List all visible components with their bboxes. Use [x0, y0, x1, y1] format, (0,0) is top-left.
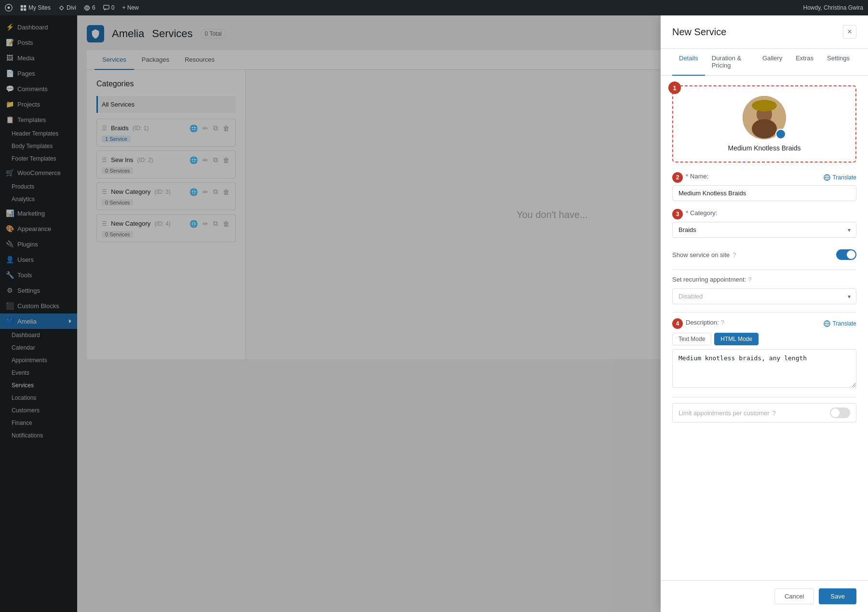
- name-label: * Name:: [686, 173, 708, 180]
- name-required: *: [686, 173, 688, 180]
- avatar-online-dot: [775, 129, 786, 139]
- description-form-row: 4 Description: ? Translate Text Mode HTM…: [672, 318, 856, 389]
- svg-point-6: [86, 7, 88, 9]
- limit-label: Limit appointments per customer ?: [678, 409, 776, 417]
- text-mode-button[interactable]: Text Mode: [672, 333, 711, 345]
- panel-tab-settings[interactable]: Settings: [820, 49, 856, 76]
- step-badge-1: 1: [668, 82, 681, 94]
- svg-rect-2: [21, 5, 23, 7]
- limit-toggle[interactable]: [830, 408, 850, 418]
- panel-title: New Service: [672, 27, 726, 38]
- show-service-toggle[interactable]: [836, 249, 856, 260]
- description-label: Description: ?: [686, 319, 724, 326]
- svg-rect-5: [24, 8, 26, 11]
- category-select[interactable]: Braids Sew Ins New Category: [672, 222, 856, 238]
- panel-header: New Service ×: [661, 15, 868, 49]
- cancel-button[interactable]: Cancel: [774, 588, 814, 604]
- description-textarea[interactable]: Medium knotless braids, any length: [672, 349, 856, 388]
- limit-appointments-row: Limit appointments per customer ?: [672, 403, 856, 422]
- save-button[interactable]: Save: [819, 588, 856, 604]
- svg-rect-4: [21, 8, 23, 11]
- svg-point-1: [8, 7, 10, 9]
- admin-bar-wp-icon[interactable]: [5, 4, 13, 12]
- panel-tab-duration-pricing[interactable]: Duration & Pricing: [705, 49, 756, 76]
- close-panel-button[interactable]: ×: [843, 25, 856, 39]
- category-form-row: 3 * Category: Braids Sew Ins New Categor…: [672, 209, 856, 238]
- show-service-toggle-row: Show service on site ?: [672, 245, 856, 264]
- separator-3: [672, 397, 856, 397]
- description-help-icon[interactable]: ?: [721, 319, 724, 326]
- recurring-form-row: Set recurring appointment: ? Disabled Da…: [672, 276, 856, 304]
- description-translate-link[interactable]: Translate: [824, 320, 856, 327]
- recurring-select-wrapper: Disabled Daily Weekly ▾: [672, 288, 856, 304]
- recurring-help-icon[interactable]: ?: [748, 276, 751, 283]
- step-badge-2: 2: [672, 172, 683, 183]
- name-input[interactable]: [672, 185, 856, 201]
- name-translate-link[interactable]: Translate: [824, 174, 856, 181]
- step-badge-4: 4: [672, 318, 683, 329]
- admin-bar-view-count[interactable]: 6: [84, 4, 95, 11]
- new-service-panel: New Service × Details Duration & Pricing…: [661, 15, 868, 612]
- panel-tabs: Details Duration & Pricing Gallery Extra…: [661, 49, 868, 76]
- panel-footer: Cancel Save: [661, 580, 868, 612]
- category-select-wrapper: Braids Sew Ins New Category ▾: [672, 222, 856, 238]
- admin-bar-divi[interactable]: Divi: [58, 4, 76, 11]
- svg-point-10: [752, 119, 777, 138]
- recurring-label: Set recurring appointment: ?: [672, 276, 751, 283]
- image-upload-area[interactable]: 1 Medium Knotless Braids: [672, 85, 856, 163]
- panel-tab-extras[interactable]: Extras: [789, 49, 820, 76]
- show-service-toggle-knob: [847, 250, 855, 259]
- separator-1: [672, 270, 856, 270]
- admin-bar-user: Howdy, Christina Gwira: [803, 4, 863, 11]
- panel-tab-gallery[interactable]: Gallery: [756, 49, 789, 76]
- name-form-row: 2 * Name: Translate: [672, 172, 856, 201]
- html-mode-button[interactable]: HTML Mode: [714, 333, 759, 345]
- step-badge-3: 3: [672, 209, 683, 219]
- admin-bar-my-sites[interactable]: My Sites: [20, 4, 51, 11]
- show-service-help-icon[interactable]: ?: [732, 251, 736, 258]
- category-required: *: [686, 209, 688, 217]
- limit-toggle-knob: [831, 408, 840, 417]
- svg-rect-7: [104, 5, 109, 9]
- avatar-container: [743, 96, 786, 139]
- separator-2: [672, 312, 856, 313]
- admin-bar-comments[interactable]: 0: [103, 4, 115, 11]
- recurring-select[interactable]: Disabled Daily Weekly: [672, 288, 856, 304]
- admin-bar-new[interactable]: + New: [122, 4, 138, 11]
- limit-help-icon[interactable]: ?: [773, 409, 776, 417]
- svg-point-12: [752, 100, 777, 111]
- description-modes: Text Mode HTML Mode: [672, 333, 856, 345]
- show-service-label: Show service on site ?: [672, 251, 736, 258]
- panel-body: 1 Medium Knotless Braids: [661, 76, 868, 580]
- image-label: Medium Knotless Braids: [728, 144, 801, 152]
- admin-bar: My Sites Divi 6 0 + New Howdy, Christina…: [0, 0, 868, 15]
- category-label: * Category:: [686, 209, 717, 217]
- svg-rect-3: [24, 5, 26, 7]
- panel-tab-details[interactable]: Details: [672, 49, 705, 76]
